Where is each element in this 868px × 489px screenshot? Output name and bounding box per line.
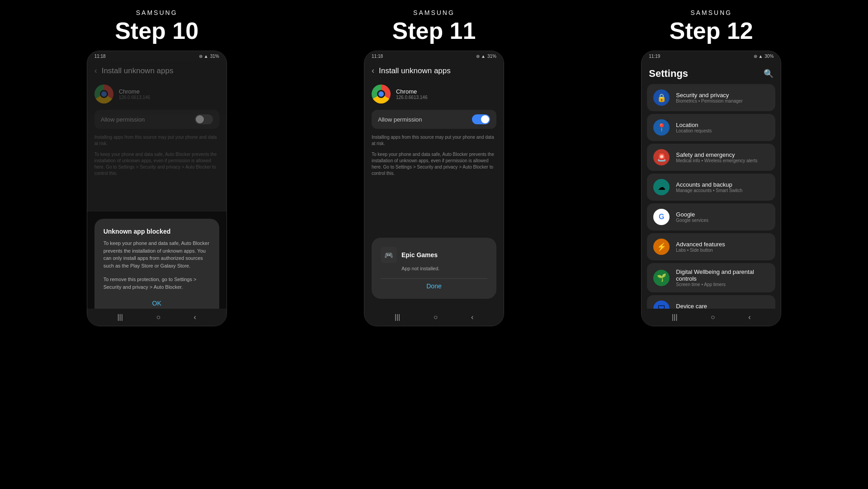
settings-item-security[interactable]: 🔒 Security and privacy Biometrics • Perm…: [647, 84, 775, 111]
epic-subtitle: App not installed.: [381, 266, 487, 271]
settings-item-google[interactable]: G Google Google services: [647, 203, 775, 230]
wellbeing-name: Digital Wellbeing and parental controls: [676, 268, 769, 282]
security-icon: 🔒: [653, 89, 670, 106]
security-sub: Biometrics • Permission manager: [676, 99, 742, 103]
chrome-name: Chrome: [119, 88, 151, 95]
settings-header: Settings 🔍: [642, 61, 781, 84]
step11-brand: SAMSUNG: [413, 9, 455, 16]
google-icon: G: [653, 209, 670, 225]
step12-battery: ⊛ ▲ 30%: [754, 54, 774, 59]
safety-sub: Medical info • Wireless emergency alerts: [676, 158, 757, 163]
settings-item-accounts[interactable]: ☁ Accounts and backup Manage accounts • …: [647, 174, 775, 201]
step10-bottom-nav: ||| ○ ‹: [87, 309, 226, 326]
step11-warning2: To keep your phone and data safe, Auto B…: [372, 151, 496, 177]
chrome-icon: [372, 85, 391, 103]
google-sub: Google services: [676, 218, 708, 223]
step10-app-row: Chrome 126.0.6613.146: [94, 85, 219, 103]
step10-phone: 11:18 ⊛ ▲ 31% ‹ Install unknown apps: [87, 51, 227, 326]
step11-bottom-nav: ||| ○ ‹: [364, 309, 504, 326]
advanced-name: Advanced features: [676, 241, 725, 248]
chrome-name: Chrome: [396, 88, 428, 95]
epic-header: 🎮 Epic Games: [381, 247, 487, 263]
step10-nav-header: ‹ Install unknown apps: [87, 61, 226, 80]
step11-nav-recent[interactable]: |||: [395, 313, 400, 321]
step10-nav-recent[interactable]: |||: [117, 313, 123, 321]
step12-statusbar: 11:19 ⊛ ▲ 30%: [642, 51, 781, 61]
chrome-icon: [94, 85, 113, 103]
step10-toggle-label: Allow permission: [101, 116, 145, 123]
step10-toggle[interactable]: [195, 114, 213, 124]
step12-phone: 11:19 ⊛ ▲ 30% Settings 🔍 🔒 Se: [641, 51, 781, 326]
step10-dialog: Unknown app blocked To keep your phone a…: [94, 219, 219, 319]
location-icon: 📍: [653, 119, 670, 136]
step11-nav-title: Install unknown apps: [379, 66, 451, 75]
security-name: Security and privacy: [676, 92, 742, 99]
step11-column: SAMSUNG Step 11 11:18 ⊛ ▲ 31% ‹ Install …: [326, 9, 542, 326]
settings-item-advanced[interactable]: ⚡ Advanced features Labs • Side button: [647, 233, 775, 260]
settings-list: 🔒 Security and privacy Biometrics • Perm…: [642, 84, 781, 326]
accounts-name: Accounts and backup: [676, 181, 742, 188]
location-name: Location: [676, 122, 712, 128]
wellbeing-sub: Screen time • App timers: [676, 282, 769, 287]
step10-warning2: To keep your phone and data safe, Auto B…: [94, 151, 219, 177]
step11-app-info: Chrome 126.0.6613.146: [396, 88, 428, 100]
step12-nav-home[interactable]: ○: [711, 313, 715, 321]
step11-nav-header: ‹ Install unknown apps: [364, 61, 504, 80]
step10-title: Step 10: [115, 17, 198, 44]
advanced-sub: Labs • Side button: [676, 248, 725, 253]
step12-brand: SAMSUNG: [690, 9, 732, 16]
chrome-version: 126.0.6613.146: [396, 95, 428, 100]
step10-time: 11:18: [94, 54, 106, 59]
step10-dialog-body2: To remove this protection, go to Setting…: [104, 276, 210, 291]
step12-title: Step 12: [670, 17, 753, 44]
step10-battery: ⊛ ▲ 31%: [199, 54, 219, 59]
step10-column: SAMSUNG Step 10 11:18 ⊛ ▲ 31% ‹ Install …: [48, 9, 265, 326]
accounts-sub: Manage accounts • Smart Switch: [676, 188, 742, 193]
advanced-icon: ⚡: [653, 239, 670, 255]
location-sub: Location requests: [676, 128, 712, 133]
settings-item-safety[interactable]: 🚨 Safety and emergency Medical info • Wi…: [647, 144, 775, 171]
step10-brand: SAMSUNG: [136, 9, 178, 16]
step11-phone: 11:18 ⊛ ▲ 31% ‹ Install unknown apps: [364, 51, 504, 326]
step11-toggle-row: Allow permission: [372, 110, 496, 129]
step10-dialog-title: Unknown app blocked: [104, 228, 210, 235]
step11-toggle-label: Allow permission: [378, 116, 422, 123]
settings-item-location[interactable]: 📍 Location Location requests: [647, 114, 775, 141]
safety-name: Safety and emergency: [676, 151, 757, 158]
chrome-version: 126.0.6613.146: [119, 95, 151, 100]
step11-toggle[interactable]: [472, 114, 490, 124]
epic-title: Epic Games: [401, 251, 438, 259]
step10-statusbar: 11:18 ⊛ ▲ 31%: [87, 51, 226, 61]
epic-icon: 🎮: [381, 247, 397, 263]
back-icon: ‹: [372, 66, 374, 75]
step10-nav-home[interactable]: ○: [156, 313, 160, 321]
accounts-icon: ☁: [653, 179, 670, 195]
search-icon[interactable]: 🔍: [764, 69, 774, 79]
step10-nav-title: Install unknown apps: [102, 66, 174, 75]
step10-warning1: Installing apps from this source may put…: [94, 134, 219, 147]
back-icon: ‹: [94, 66, 97, 75]
step11-statusbar: 11:18 ⊛ ▲ 31%: [364, 51, 504, 61]
epic-done-button[interactable]: Done: [381, 278, 487, 290]
epic-dialog: 🎮 Epic Games App not installed. Done: [372, 238, 496, 299]
settings-item-wellbeing[interactable]: 🌱 Digital Wellbeing and parental control…: [647, 263, 775, 292]
wellbeing-icon: 🌱: [653, 270, 670, 286]
step11-content: Chrome 126.0.6613.146 Allow permission I…: [364, 80, 504, 186]
safety-icon: 🚨: [653, 149, 670, 165]
step11-time: 11:18: [372, 54, 383, 59]
settings-screen: Settings 🔍 🔒 Security and privacy Biomet…: [642, 61, 781, 326]
step10-ok-button[interactable]: OK: [104, 297, 210, 310]
step11-nav-back[interactable]: ‹: [471, 313, 473, 321]
step10-content: Chrome 126.0.6613.146 Allow permission I…: [87, 80, 226, 186]
step12-nav-back[interactable]: ‹: [748, 313, 750, 321]
step11-battery: ⊛ ▲ 31%: [476, 54, 496, 59]
step10-app-info: Chrome 126.0.6613.146: [119, 88, 151, 100]
step11-nav-home[interactable]: ○: [434, 313, 438, 321]
step10-toggle-row: Allow permission: [94, 110, 219, 129]
main-container: SAMSUNG Step 10 11:18 ⊛ ▲ 31% ‹ Install …: [0, 0, 868, 489]
step12-nav-recent[interactable]: |||: [672, 313, 677, 321]
settings-title: Settings: [649, 68, 688, 80]
step12-bottom-nav: ||| ○ ‹: [642, 309, 781, 326]
step10-nav-back[interactable]: ‹: [194, 313, 196, 321]
step11-warning1: Installing apps from this source may put…: [372, 134, 496, 147]
